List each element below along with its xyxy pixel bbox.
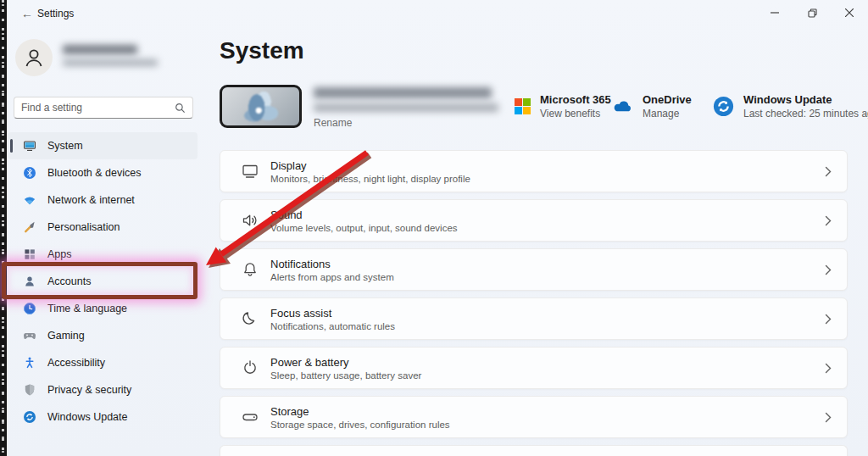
sidebar: System Bluetooth & devices Network & int… <box>7 27 198 456</box>
quick-link-title: Microsoft 365 <box>540 93 611 106</box>
quick-link-microsoft-365: Microsoft 365 View benefits <box>515 89 611 123</box>
device-name-redacted <box>314 87 492 98</box>
chevron-right-icon <box>825 412 832 423</box>
search-icon <box>175 103 186 114</box>
chevron-right-icon <box>825 314 832 325</box>
card-description: Alerts from apps and system <box>270 272 394 282</box>
back-arrow-icon: ← <box>21 7 33 20</box>
onedrive-icon <box>611 99 633 114</box>
sidebar-item-network-internet[interactable]: Network & internet <box>8 186 198 214</box>
sidebar-item-label: System <box>47 140 83 152</box>
card-power-battery[interactable]: Power & battery Sleep, battery usage, ba… <box>220 347 848 389</box>
device-thumbnail <box>220 85 302 128</box>
gaming-icon <box>23 329 36 342</box>
back-button[interactable]: ← <box>17 3 37 24</box>
titlebar: ← Settings <box>7 0 868 27</box>
last-checked-status: Last checked: 25 minutes ago <box>743 108 868 120</box>
chevron-right-icon <box>825 264 832 275</box>
search-input[interactable] <box>21 102 175 114</box>
avatar[interactable] <box>15 39 53 76</box>
user-email-redacted <box>63 59 158 66</box>
card-title: Notifications <box>270 258 394 270</box>
time-language-icon <box>23 302 36 315</box>
settings-window: ← Settings <box>0 0 868 456</box>
chevron-right-icon <box>825 363 832 374</box>
quick-link-onedrive: OneDrive Manage <box>611 89 692 123</box>
close-icon <box>845 8 854 17</box>
card-display[interactable]: Display Monitors, brightness, night ligh… <box>220 150 848 192</box>
minimize-button[interactable] <box>756 0 793 25</box>
card-description: Notifications, automatic rules <box>270 321 395 331</box>
accessibility-icon <box>23 356 36 370</box>
sidebar-item-accessibility[interactable]: Accessibility <box>8 349 198 376</box>
sidebar-item-label: Personalisation <box>47 221 120 233</box>
sidebar-item-accounts[interactable]: Accounts <box>8 268 198 295</box>
card-description: Sleep, battery usage, battery saver <box>270 370 421 381</box>
sidebar-item-label: Privacy & security <box>47 384 131 396</box>
wallpaper-bloom <box>237 89 288 128</box>
restore-button[interactable] <box>793 0 831 25</box>
sidebar-item-bluetooth-devices[interactable]: Bluetooth & devices <box>8 159 198 186</box>
user-name-redacted <box>63 45 137 54</box>
focus-assist-icon <box>241 309 259 328</box>
sound-icon <box>241 211 259 230</box>
sidebar-item-windows-update[interactable]: Windows Update <box>8 403 198 431</box>
page-title: System <box>220 37 304 64</box>
microsoft-365-icon <box>515 98 531 114</box>
privacy-icon <box>23 383 36 397</box>
sidebar-item-label: Time & language <box>47 303 127 314</box>
display-icon <box>241 162 259 181</box>
search-box <box>14 97 193 119</box>
card-storage[interactable]: Storage Storage space, drives, configura… <box>220 396 848 438</box>
minimize-icon <box>771 8 779 17</box>
personalisation-icon <box>23 220 36 234</box>
quick-link-title: OneDrive <box>643 93 692 106</box>
card-title: Sound <box>270 209 458 221</box>
sidebar-nav: System Bluetooth & devices Network & int… <box>7 132 198 431</box>
system-icon <box>23 139 36 153</box>
sidebar-item-time-language[interactable]: Time & language <box>8 295 198 322</box>
quick-link-windows-update: Windows Update Last checked: 25 minutes … <box>713 89 868 123</box>
network-icon <box>23 193 36 207</box>
sidebar-item-gaming[interactable]: Gaming <box>8 322 198 349</box>
power-battery-icon <box>241 359 259 377</box>
chevron-right-icon <box>825 215 832 226</box>
card-title: Focus assist <box>270 307 395 320</box>
sidebar-item-label: Accounts <box>47 275 91 287</box>
storage-icon <box>241 408 259 426</box>
window-title: Settings <box>37 8 74 19</box>
card-notifications[interactable]: Notifications Alerts from apps and syste… <box>220 248 848 291</box>
card-sound[interactable]: Sound Volume levels, output, input, soun… <box>220 199 848 242</box>
windows-update-icon <box>23 410 36 424</box>
sidebar-item-apps[interactable]: Apps <box>8 241 198 268</box>
sidebar-item-label: Apps <box>47 248 72 260</box>
settings-card-list: Display Monitors, brightness, night ligh… <box>220 150 848 456</box>
close-button[interactable] <box>831 0 868 25</box>
rename-link[interactable]: Rename <box>314 117 352 129</box>
sidebar-item-personalisation[interactable]: Personalisation <box>8 214 198 241</box>
card-description: Volume levels, output, input, sound devi… <box>270 223 458 233</box>
sidebar-item-label: Bluetooth & devices <box>47 167 142 179</box>
chevron-right-icon <box>825 166 832 177</box>
view-benefits-link[interactable]: View benefits <box>540 108 611 120</box>
restore-icon <box>808 8 817 18</box>
bluetooth-icon <box>23 166 36 180</box>
sidebar-item-label: Gaming <box>47 330 85 342</box>
card-title: Storage <box>270 405 450 418</box>
card-partial-next[interactable] <box>220 445 848 456</box>
card-description: Monitors, brightness, night light, displ… <box>270 174 470 184</box>
background-window-edge <box>0 0 7 456</box>
sidebar-item-system[interactable]: System <box>8 132 198 159</box>
device-model-redacted <box>314 103 498 112</box>
card-title: Display <box>270 159 470 172</box>
person-icon <box>23 47 45 69</box>
card-title: Power & battery <box>270 356 421 369</box>
windows-update-icon <box>713 96 734 117</box>
sidebar-item-label: Accessibility <box>47 357 105 369</box>
card-description: Storage space, drives, configuration rul… <box>270 420 450 430</box>
card-focus-assist[interactable]: Focus assist Notifications, automatic ru… <box>220 298 848 340</box>
quick-link-title: Windows Update <box>743 93 868 106</box>
manage-link[interactable]: Manage <box>643 108 692 120</box>
sidebar-item-privacy-security[interactable]: Privacy & security <box>8 376 198 403</box>
sidebar-item-label: Network & internet <box>47 194 135 206</box>
